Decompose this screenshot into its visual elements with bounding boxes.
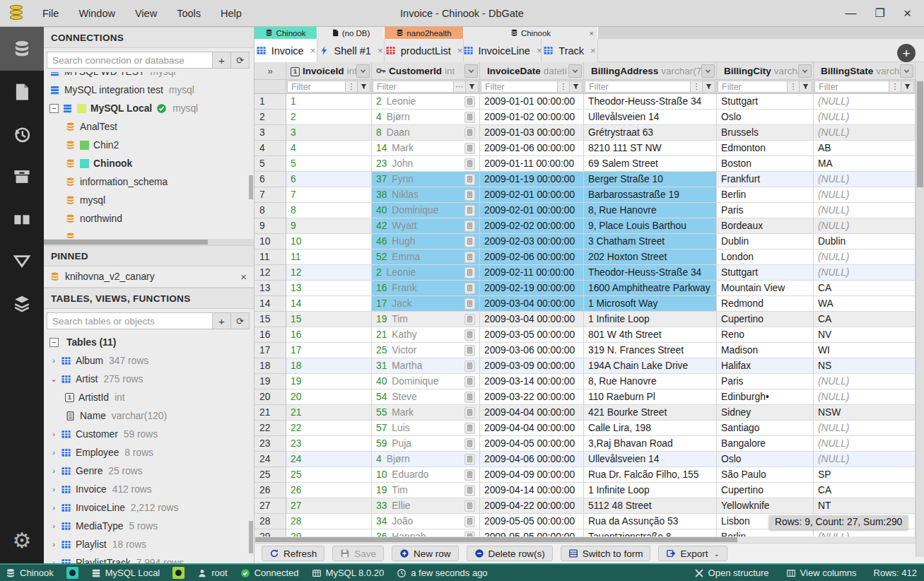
cell-billingaddress[interactable]: 69 Salem Street	[584, 156, 717, 172]
table-item-invoiceline[interactable]: ›InvoiceLine2,212 rows	[44, 498, 254, 517]
cell-billingaddress[interactable]: 8210 111 ST NW	[584, 141, 717, 156]
collapse-box-icon[interactable]: −	[49, 104, 59, 113]
cell-billingaddress[interactable]: Ullevålsveien 14	[584, 452, 717, 467]
cell-customerid[interactable]: 19Tim	[372, 483, 480, 498]
cell-customerid[interactable]: 37Fynn	[372, 172, 480, 187]
lookup-doc-icon[interactable]	[464, 485, 475, 496]
cell-customerid[interactable]: 36Hannah	[372, 529, 480, 536]
cell-invoiceid[interactable]: 11	[286, 250, 372, 265]
lookup-doc-icon[interactable]	[464, 189, 475, 201]
connections-search-input[interactable]	[47, 52, 213, 69]
lookup-doc-icon[interactable]	[464, 252, 475, 263]
expand-chevron-icon[interactable]: ›	[49, 540, 58, 548]
cell-billingstate[interactable]: CA	[814, 312, 916, 327]
status-mysql-local[interactable]: MySQL Local	[91, 568, 160, 578]
lookup-doc-icon[interactable]	[464, 205, 475, 216]
table-item-genre[interactable]: ›Genre25 rows	[44, 462, 254, 480]
cell-invoicedate[interactable]: 2009-03-14 00:00:00	[480, 374, 584, 389]
cell-invoiceid[interactable]: 16	[286, 327, 372, 343]
cell-invoiceid[interactable]: 1	[286, 94, 372, 110]
cell-billingaddress[interactable]: 3 Chatham Street	[584, 234, 717, 250]
cell-billingaddress[interactable]: Berger Straße 10	[584, 172, 717, 187]
row-number[interactable]: 22	[255, 421, 286, 436]
cell-customerid[interactable]: 4Bjørn	[372, 452, 480, 467]
delete-row-s--button[interactable]: Delete row(s)	[467, 546, 553, 561]
cell-invoicedate[interactable]: 2009-02-03 00:00:00	[480, 234, 584, 250]
filter-menu-button[interactable]: ⋮	[557, 81, 569, 93]
cell-billingaddress[interactable]: 194A Chain Lake Drive	[584, 358, 717, 374]
cell-invoicedate[interactable]: 2009-04-14 00:00:00	[480, 483, 584, 498]
cell-invoiceid[interactable]: 22	[286, 421, 372, 436]
lookup-doc-icon[interactable]	[464, 345, 475, 356]
tab-productlist[interactable]: productList×	[385, 39, 464, 62]
column-menu-chevron-icon[interactable]	[568, 64, 582, 78]
tab-track[interactable]: Track×	[542, 39, 598, 62]
table-item-album[interactable]: ›Album347 rows	[44, 351, 254, 370]
columns-expand-button[interactable]: »	[255, 62, 286, 80]
cell-billingaddress[interactable]: Theodor-Heuss-Straße 34	[584, 94, 717, 110]
cell-customerid[interactable]: 55Mark	[372, 405, 480, 421]
cell-billingaddress[interactable]: 1 Infinite Loop	[584, 483, 717, 498]
cell-billingstate[interactable]: Dublin	[814, 234, 916, 250]
expand-chevron-icon[interactable]: ›	[49, 430, 58, 438]
cell-invoicedate[interactable]: 2009-01-19 00:00:00	[480, 172, 584, 187]
cell-invoiceid[interactable]: 28	[286, 514, 372, 529]
cell-invoicedate[interactable]: 2009-04-22 00:00:00	[480, 498, 584, 514]
cell-billingstate[interactable]: (NULL)	[814, 374, 916, 389]
lookup-doc-icon[interactable]	[464, 314, 475, 325]
row-number[interactable]: 5	[255, 156, 286, 172]
filter-input[interactable]: Filter	[718, 81, 787, 93]
cell-invoiceid[interactable]: 23	[286, 436, 372, 452]
cell-invoicedate[interactable]: 2009-05-05 00:00:00	[480, 514, 584, 529]
expand-chevron-icon[interactable]: ⌄	[49, 375, 58, 384]
row-number[interactable]: 15	[255, 312, 286, 327]
cell-invoiceid[interactable]: 5	[286, 156, 372, 172]
row-number[interactable]: 26	[255, 483, 286, 498]
db-group-chinook[interactable]: Chinook×	[464, 27, 598, 39]
cell-billingaddress[interactable]: Rua da Assunção 53	[584, 514, 717, 529]
cell-billingaddress[interactable]: Rua Dr. Falcão Filho, 155	[584, 467, 717, 483]
filter-input[interactable]: Filter	[814, 81, 889, 93]
new-tab-button[interactable]: +	[897, 44, 916, 62]
cell-invoicedate[interactable]: 2009-04-05 00:00:00	[480, 436, 584, 452]
cell-invoiceid[interactable]: 13	[286, 281, 372, 296]
cell-invoiceid[interactable]: 12	[286, 265, 372, 281]
switch-to-form-button[interactable]: Switch to form	[561, 546, 651, 561]
cell-invoiceid[interactable]: 18	[286, 358, 372, 374]
cell-invoicedate[interactable]: 2009-02-19 00:00:00	[480, 281, 584, 296]
unpin-button[interactable]: ×	[240, 271, 247, 283]
cell-invoiceid[interactable]: 20	[286, 389, 372, 405]
row-number[interactable]: 8	[255, 203, 286, 218]
cell-billingcity[interactable]: Berlin	[717, 529, 814, 536]
new-row-button[interactable]: New row	[392, 546, 459, 561]
gear-icon[interactable]: ⚙	[0, 517, 44, 563]
cell-invoiceid[interactable]: 24	[286, 452, 372, 467]
cell-billingaddress[interactable]: 421 Bourke Street	[584, 405, 717, 421]
database-nav-icon[interactable]	[0, 27, 44, 71]
row-number[interactable]: 2	[255, 110, 286, 125]
cell-billingaddress[interactable]: Calle Lira, 198	[584, 421, 717, 436]
cell-customerid[interactable]: 8Daan	[372, 125, 480, 141]
cell-billingstate[interactable]: WA	[814, 296, 916, 312]
filter-menu-button[interactable]: ⋮	[690, 81, 702, 93]
cell-invoicedate[interactable]: 2009-03-05 00:00:00	[480, 327, 584, 343]
filter-funnel-icon[interactable]	[465, 81, 479, 93]
refresh-tables-button[interactable]: ⟳	[231, 312, 250, 329]
cell-customerid[interactable]: 46Hugh	[372, 234, 480, 250]
refresh-button[interactable]: Refresh	[262, 546, 324, 561]
collapse-box-icon[interactable]: −	[49, 338, 59, 347]
table-item-artistid[interactable]: 1ArtistIdint	[44, 388, 254, 406]
cell-invoiceid[interactable]: 15	[286, 312, 372, 327]
menu-tools[interactable]: Tools	[168, 5, 209, 22]
cell-invoiceid[interactable]: 6	[286, 172, 372, 187]
connection-item-information-schema[interactable]: information_schema	[44, 172, 254, 191]
cell-invoiceid[interactable]: 3	[286, 125, 372, 141]
cell-billingaddress[interactable]: Tauentzienstraße 8	[584, 529, 717, 536]
connection-item-chinook[interactable]: Chinook	[44, 154, 254, 172]
connection-item-mysql-wd-test[interactable]: MYSQL WD TESTmysql	[44, 72, 254, 81]
cell-billingstate[interactable]: CA	[814, 281, 916, 296]
row-number[interactable]: 10	[255, 234, 286, 250]
expand-chevron-icon[interactable]: ›	[49, 485, 58, 493]
cell-customerid[interactable]: 42Wyatt	[372, 218, 480, 234]
cell-customerid[interactable]: 54Steve	[372, 389, 480, 405]
